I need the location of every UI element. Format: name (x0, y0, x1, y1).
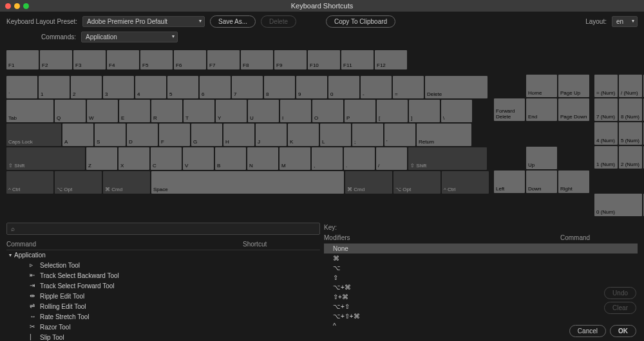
modifier-row[interactable]: ⌥+⇧+⌘ (324, 311, 638, 321)
key-return[interactable]: Return (417, 124, 471, 146)
key-opt[interactable]: ⌥ Opt (393, 171, 440, 194)
key-'[interactable]: ' (384, 124, 415, 146)
search-input[interactable] (6, 223, 320, 235)
tree-root[interactable]: ▾Application (6, 250, 320, 260)
key-9[interactable]: 9 (296, 76, 327, 98)
minimize-icon[interactable] (14, 3, 20, 9)
tree-item[interactable]: ✂Razor Tool (6, 322, 320, 332)
save-as-button[interactable]: Save As... (210, 15, 256, 28)
key-g[interactable]: G (191, 124, 222, 146)
key-a[interactable]: A (62, 124, 93, 146)
ok-button[interactable]: OK (610, 325, 636, 337)
key-f9[interactable]: F9 (274, 50, 307, 69)
key-1num[interactable]: 1 (Num) (594, 146, 618, 169)
key-2num[interactable]: 2 (Num) (619, 146, 642, 169)
copy-clipboard-button[interactable]: Copy To Clipboard (326, 15, 395, 28)
key-l[interactable]: L (320, 124, 351, 146)
key-ctrl[interactable]: ^ Ctrl (442, 171, 489, 194)
key-⇧ shift[interactable]: ⇧ Shift (6, 147, 85, 170)
key-p[interactable]: P (345, 100, 375, 122)
clear-button[interactable]: Clear (604, 302, 636, 314)
key-j[interactable]: J (256, 124, 287, 146)
tree-item[interactable]: ⇌Rolling Edit Tool (6, 301, 320, 311)
key-s[interactable]: S (95, 124, 126, 146)
modifier-row[interactable]: ⌥+⇧ (324, 302, 638, 311)
key-4num[interactable]: 4 (Num) (594, 122, 618, 145)
key-f3[interactable]: F3 (73, 50, 106, 69)
key-6[interactable]: 6 (200, 76, 231, 98)
key-b[interactable]: B (215, 147, 246, 170)
key-e[interactable]: E (119, 100, 150, 122)
key-ctrl[interactable]: ^ Ctrl (6, 171, 53, 194)
modifier-row[interactable]: None (324, 244, 638, 253)
key-2[interactable]: 2 (71, 76, 102, 98)
modifier-row[interactable]: ⇧ (324, 273, 638, 282)
key-8[interactable]: 8 (264, 76, 295, 98)
preset-dropdown[interactable]: Adobe Premiere Pro Default (82, 16, 205, 27)
key-f10[interactable]: F10 (308, 50, 340, 69)
modifier-row[interactable]: ⌥ (324, 263, 638, 273)
key-3[interactable]: 3 (103, 76, 134, 98)
delete-button[interactable]: Delete (261, 15, 296, 28)
key-v[interactable]: V (183, 147, 214, 170)
commands-dropdown[interactable]: Application (81, 32, 178, 42)
key-pagedown[interactable]: Page Down (558, 98, 589, 121)
key--[interactable]: - (361, 76, 392, 98)
key-u[interactable]: U (248, 100, 279, 122)
key-left[interactable]: Left (494, 170, 525, 193)
tree-item[interactable]: |↔|Slip Tool (6, 332, 320, 341)
key-i[interactable]: I (280, 100, 311, 122)
key-\[interactable]: \ (441, 100, 472, 122)
key-t[interactable]: T (184, 100, 214, 122)
key-caps lock[interactable]: Caps Lock (6, 124, 61, 146)
key-1[interactable]: 1 (39, 76, 70, 98)
key-5num[interactable]: 5 (Num) (619, 122, 642, 145)
key-r[interactable]: R (151, 100, 182, 122)
key-down[interactable]: Down (526, 170, 557, 193)
key-y[interactable]: Y (216, 100, 247, 122)
key-tab[interactable]: Tab (6, 100, 53, 122)
key-=[interactable]: = (393, 76, 424, 98)
undo-button[interactable]: Undo (604, 287, 636, 299)
key-pageup[interactable]: Page Up (558, 75, 589, 97)
key-.[interactable]: . (344, 147, 375, 170)
modifier-row[interactable]: ⇧+⌘ (324, 292, 638, 302)
modifier-row[interactable]: ⌘ (324, 253, 638, 263)
key-w[interactable]: W (87, 100, 118, 122)
key-8num[interactable]: 8 (Num) (619, 98, 642, 121)
cancel-button[interactable]: Cancel (569, 325, 606, 337)
key-4[interactable]: 4 (135, 76, 166, 98)
key-f7[interactable]: F7 (207, 50, 240, 69)
key-f4[interactable]: F4 (107, 50, 139, 69)
key-num[interactable]: / (Num) (619, 75, 642, 97)
maximize-icon[interactable] (23, 3, 29, 9)
key-f1[interactable]: F1 (6, 50, 39, 69)
key-cmd[interactable]: ⌘ Cmd (103, 171, 150, 194)
key-up[interactable]: Up (526, 147, 557, 169)
key-][interactable]: ] (409, 100, 440, 122)
layout-dropdown[interactable]: en (612, 16, 638, 27)
key-delete[interactable]: Delete (425, 76, 488, 98)
key-d[interactable]: D (127, 124, 158, 146)
key-f12[interactable]: F12 (375, 50, 407, 69)
key-o[interactable]: O (312, 100, 343, 122)
key-x[interactable]: X (118, 147, 149, 170)
key-fwddelete[interactable]: Forward Delete (494, 98, 525, 121)
key-f6[interactable]: F6 (174, 50, 206, 69)
key-num[interactable]: = (Num) (594, 75, 618, 97)
key-n[interactable]: N (247, 147, 278, 170)
tree-item[interactable]: ⇤Track Select Backward Tool (6, 270, 320, 281)
key-space[interactable]: Space (151, 171, 344, 194)
close-icon[interactable] (5, 3, 11, 9)
key-;[interactable]: ; (352, 124, 383, 146)
key-f11[interactable]: F11 (341, 50, 374, 69)
tree-item[interactable]: ⇥Track Select Forward Tool (6, 281, 320, 291)
key-5[interactable]: 5 (167, 76, 198, 98)
key-opt[interactable]: ⌥ Opt (55, 171, 102, 194)
key-c[interactable]: C (151, 147, 182, 170)
key-z[interactable]: Z (86, 147, 117, 170)
key-f[interactable]: F (159, 124, 190, 146)
tree-item[interactable]: ▹Selection Tool (6, 260, 320, 270)
tree-item[interactable]: ⇹Ripple Edit Tool (6, 291, 320, 301)
key-k[interactable]: K (288, 124, 319, 146)
